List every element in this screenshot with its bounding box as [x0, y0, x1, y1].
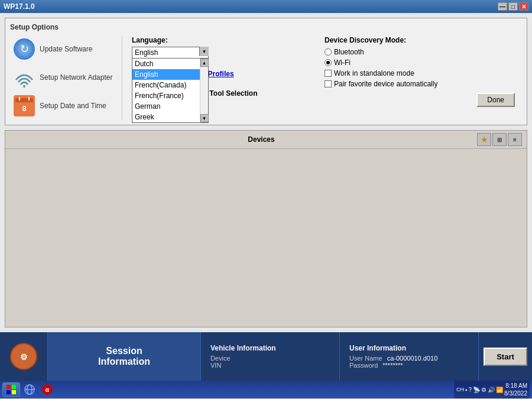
- right-panel: Device Discovery Mode: Bluetooth Wi-Fi W…: [317, 36, 522, 120]
- bluetooth-radio-row: Bluetooth: [325, 48, 515, 56]
- svg-rect-13: [12, 385, 16, 389]
- tray-time: 8:18 AM 8/3/2022: [504, 382, 527, 397]
- pair-favorite-row: Pair favorite device automatically: [325, 80, 515, 88]
- title-bar: WP17.1.0 — □ ✕: [0, 0, 532, 13]
- username-row: User Name ca-0000010.d010: [349, 355, 469, 362]
- user-info: User Information User Name ca-0000010.d0…: [340, 332, 479, 381]
- language-label: Language:: [132, 36, 308, 44]
- session-info-line1: Session: [98, 346, 150, 356]
- svg-rect-12: [7, 385, 11, 389]
- language-dropdown-list: Dutch English French(Canada) French(Fran…: [132, 59, 209, 123]
- system-tray: CH ▪ ? 📡 ⚙ 🔊 📶 8:18 AM 8/3/2022: [454, 381, 530, 398]
- vehicle-info: Vehicle Information Device VIN: [201, 332, 340, 381]
- password-value: ********: [382, 362, 403, 369]
- bluetooth-radio[interactable]: [325, 48, 332, 56]
- sidebar: ↻ Update Software: [10, 36, 122, 120]
- sidebar-label-network: Setup Network Adapter: [40, 73, 112, 82]
- minimize-button[interactable]: —: [498, 2, 507, 11]
- standalone-mode-checkbox[interactable]: [325, 70, 332, 77]
- bluetooth-label: Bluetooth: [334, 48, 364, 56]
- tray-icon-1: ▪: [465, 387, 468, 393]
- footer: ⚙ Session Information Vehicle Informatio…: [0, 332, 532, 381]
- sidebar-item-setup-datetime[interactable]: 8 Setup Date and Time: [10, 93, 117, 119]
- devices-grid-view-button[interactable]: ⊞: [492, 133, 507, 146]
- svg-rect-14: [7, 390, 11, 394]
- start-button-area: Start: [479, 332, 532, 381]
- maximize-button[interactable]: □: [508, 2, 518, 11]
- footer-icon-area: ⚙: [0, 332, 47, 381]
- svg-point-0: [23, 85, 25, 87]
- password-row: Password ********: [349, 362, 469, 369]
- update-icon: ↻: [14, 38, 35, 60]
- main-content: Setup Options ↻ Update Software: [0, 13, 532, 332]
- svg-text:e: e: [28, 388, 31, 393]
- wifi-label: Wi-Fi: [334, 59, 351, 67]
- ch-label: CH: [456, 387, 464, 392]
- tray-icon-4: ⚙: [481, 387, 486, 393]
- taskbar: e α CH ▪ ? 📡 ⚙ 🔊 📶 8:18 AM 8/3/2022: [0, 381, 532, 398]
- standalone-mode-row: Work in standalone mode: [325, 69, 515, 77]
- tray-icon-6: 📶: [496, 387, 503, 393]
- network-icon: [14, 67, 35, 88]
- user-info-title: User Information: [349, 344, 469, 352]
- wifi-radio[interactable]: [325, 59, 332, 66]
- sidebar-item-update-software[interactable]: ↻ Update Software: [10, 36, 117, 62]
- devices-add-button[interactable]: ★: [477, 133, 491, 146]
- app-title: WP17.1.0: [4, 2, 35, 11]
- session-info: Session Information: [47, 332, 201, 381]
- svg-text:⚙: ⚙: [20, 352, 28, 362]
- done-button[interactable]: Done: [476, 93, 515, 107]
- discovery-title: Device Discovery Mode:: [325, 36, 515, 44]
- language-option-greek[interactable]: Greek: [132, 112, 208, 122]
- sidebar-label-update: Update Software: [40, 45, 92, 53]
- language-option-english[interactable]: English: [132, 69, 208, 80]
- tray-icon-3: 📡: [473, 387, 480, 393]
- start-menu-button[interactable]: [2, 382, 20, 397]
- scroll-down-button[interactable]: ▼: [200, 114, 209, 122]
- pair-favorite-checkbox[interactable]: [325, 80, 332, 87]
- language-option-french-france[interactable]: French(France): [132, 90, 208, 101]
- sidebar-label-datetime: Setup Date and Time: [40, 102, 106, 110]
- device-label: Device: [210, 355, 231, 362]
- svg-rect-2: [15, 98, 33, 102]
- setup-options-body: ↻ Update Software: [10, 36, 522, 120]
- devices-title: Devices: [46, 135, 477, 144]
- start-button[interactable]: Start: [484, 348, 527, 366]
- devices-icon-buttons: ★ ⊞ ≡: [477, 133, 522, 146]
- devices-list-view-button[interactable]: ≡: [508, 133, 522, 146]
- language-option-german[interactable]: German: [132, 101, 208, 112]
- svg-rect-15: [12, 390, 16, 394]
- center-panel: Language: English ▼ Dutch English French…: [122, 36, 317, 120]
- taskbar-alfa-button[interactable]: α: [39, 382, 56, 397]
- pair-favorite-label: Pair favorite device automatically: [334, 80, 437, 88]
- language-option-french-canada[interactable]: French(Canada): [132, 80, 208, 90]
- devices-header: Devices ★ ⊞ ≡: [5, 131, 527, 149]
- session-info-line2: Information: [98, 356, 150, 367]
- language-selected[interactable]: English: [132, 47, 209, 59]
- vehicle-info-title: Vehicle Information: [210, 344, 330, 352]
- tray-icon-5: 🔊: [488, 387, 495, 393]
- title-bar-controls: — □ ✕: [498, 2, 528, 11]
- sidebar-item-setup-network[interactable]: Setup Network Adapter: [10, 64, 117, 90]
- scroll-up-button[interactable]: ▲: [200, 59, 209, 67]
- datetime-icon: 8: [14, 95, 35, 116]
- dropdown-scrollbar: ▲ ▼: [200, 59, 208, 122]
- svg-text:8: 8: [22, 105, 27, 113]
- tray-icon-2: ?: [469, 387, 472, 393]
- setup-options-panel: Setup Options ↻ Update Software: [5, 18, 527, 125]
- devices-content: [5, 149, 527, 327]
- dropdown-arrow-icon[interactable]: ▼: [199, 47, 209, 56]
- vin-label: VIN: [210, 362, 221, 369]
- taskbar-ie-button[interactable]: e: [21, 382, 38, 397]
- standalone-mode-label: Work in standalone mode: [334, 69, 414, 77]
- setup-options-title: Setup Options: [10, 23, 522, 31]
- username-value: ca-0000010.d010: [387, 355, 438, 362]
- username-label: User Name: [349, 355, 382, 362]
- vin-row: VIN: [210, 362, 330, 369]
- language-option-dutch[interactable]: Dutch: [132, 59, 208, 69]
- password-label: Password: [349, 362, 378, 369]
- wifi-radio-row: Wi-Fi: [325, 59, 515, 67]
- language-dropdown[interactable]: English ▼ Dutch English French(Canada) F…: [132, 47, 209, 59]
- close-button[interactable]: ✕: [519, 2, 528, 11]
- devices-panel: Devices ★ ⊞ ≡: [5, 130, 527, 327]
